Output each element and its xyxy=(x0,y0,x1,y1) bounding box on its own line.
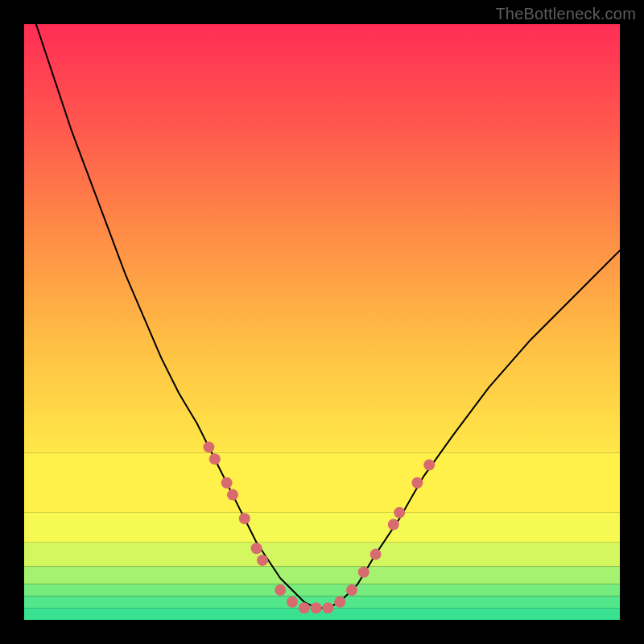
data-point xyxy=(411,477,423,489)
background-band-2 xyxy=(24,584,620,597)
data-point xyxy=(370,549,382,560)
data-point xyxy=(346,584,357,596)
data-point xyxy=(287,597,298,608)
data-point xyxy=(227,489,238,501)
data-point xyxy=(394,507,405,518)
data-point xyxy=(203,441,214,452)
chart-frame: TheBottleneck.com xyxy=(0,0,644,644)
data-point xyxy=(239,513,250,524)
data-point xyxy=(209,453,221,464)
data-point xyxy=(221,477,233,489)
data-point xyxy=(358,567,369,578)
background-band-0 xyxy=(24,608,620,620)
plot-area xyxy=(24,24,620,620)
background-band-1 xyxy=(24,596,620,608)
data-point xyxy=(257,555,268,566)
chart-svg xyxy=(24,24,620,620)
background-band-3 xyxy=(24,566,620,584)
data-point xyxy=(299,602,310,613)
data-point xyxy=(251,543,262,554)
background-band-4 xyxy=(24,543,620,567)
background-gradient xyxy=(24,24,620,453)
data-point xyxy=(275,584,286,596)
watermark-text: TheBottleneck.com xyxy=(495,5,636,23)
data-point xyxy=(322,602,333,613)
data-point xyxy=(423,460,435,471)
background-band-6 xyxy=(24,453,620,513)
data-point xyxy=(334,597,345,608)
data-point xyxy=(388,519,399,530)
data-point xyxy=(311,602,322,613)
background-band-5 xyxy=(24,513,620,543)
